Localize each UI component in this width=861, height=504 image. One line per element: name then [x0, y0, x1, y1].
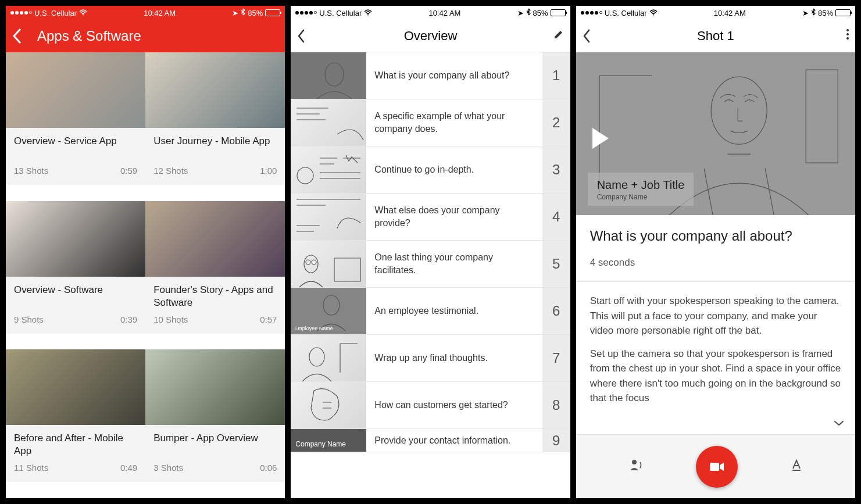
more-button[interactable]: [826, 28, 849, 43]
shot-question: What is your company all about?: [590, 228, 841, 244]
shot-row[interactable]: A specific example of what your company …: [291, 99, 570, 146]
shot-row[interactable]: One last thing your company facilitates.…: [291, 241, 570, 288]
location-icon: ➤: [802, 9, 809, 17]
screen-overview: U.S. Cellular 10:42 AM ➤ 85% Overview: [291, 6, 570, 498]
card-thumbnail: [6, 349, 145, 425]
shot-description: Provide your contact information.: [366, 429, 542, 452]
shot-description: A specific example of what your company …: [366, 99, 542, 146]
shot-description: Wrap up any final thoughts.: [366, 335, 542, 381]
shot-description: Continue to go in-depth.: [366, 146, 542, 193]
card-shots: 11 Shots: [14, 463, 48, 473]
card-title: Overview - Service App: [14, 135, 137, 148]
shot-row[interactable]: What else does your company provide? 4: [291, 194, 570, 241]
template-card[interactable]: Before and After - Mobile App 11 Shots0:…: [6, 349, 145, 498]
svg-point-8: [309, 348, 324, 366]
template-card[interactable]: Overview - Service App 13 Shots0:59: [6, 52, 145, 201]
caption-subtitle: Company Name: [597, 193, 685, 201]
shot-thumbnail: Employee Name: [291, 288, 366, 334]
svg-point-7: [323, 295, 340, 315]
battery-icon: [551, 9, 566, 16]
battery-pct-label: 85%: [248, 9, 263, 17]
location-icon: ➤: [232, 9, 238, 17]
back-button[interactable]: [582, 28, 605, 44]
card-duration: 0:59: [120, 166, 137, 176]
card-thumbnail: [145, 349, 285, 425]
shot-description: One last thing your company facilitates.: [366, 241, 542, 287]
card-duration: 0:49: [120, 463, 137, 473]
card-thumbnail: [6, 201, 145, 277]
card-title: Bumper - App Overview: [153, 432, 277, 445]
screen-shot-detail: U.S. Cellular 10:42 AM ➤ 85% Shot 1: [576, 6, 855, 498]
shot-row[interactable]: Wrap up any final thoughts. 7: [291, 335, 570, 382]
shot-number: 9: [542, 429, 570, 452]
svg-point-12: [846, 37, 849, 40]
shot-number: 2: [542, 99, 570, 146]
shot-row[interactable]: What is your company all about? 1: [291, 52, 570, 99]
shot-preview[interactable]: Name + Job Title Company Name: [576, 52, 855, 215]
svg-point-10: [846, 29, 849, 31]
shot-number: 5: [542, 241, 570, 287]
shot-row[interactable]: Continue to go in-depth. 3: [291, 146, 570, 194]
template-card[interactable]: Overview - Software 9 Shots0:39: [6, 201, 145, 350]
navbar: Apps & Software: [6, 20, 285, 52]
card-shots: 9 Shots: [14, 314, 44, 324]
svg-point-3: [297, 167, 313, 184]
shot-description: An employee testimonial.: [366, 288, 542, 334]
svg-point-1: [367, 14, 369, 15]
card-title: User Journey - Mobile App: [153, 135, 277, 148]
svg-point-15: [632, 460, 637, 464]
template-card[interactable]: Bumper - App Overview 3 Shots0:06: [145, 349, 285, 498]
shot-thumbnail: [291, 241, 366, 287]
svg-rect-16: [710, 463, 719, 471]
play-icon[interactable]: [592, 128, 609, 149]
wifi-icon: [649, 9, 658, 17]
status-bar: U.S. Cellular 10:42 AM ➤ 85%: [576, 6, 855, 20]
shot-thumbnail: [291, 382, 366, 428]
shot-row[interactable]: Company Name Provide your contact inform…: [291, 429, 570, 452]
card-duration: 0:39: [120, 314, 137, 324]
wifi-icon: [79, 9, 87, 17]
svg-point-0: [83, 14, 84, 15]
page-title: Apps & Software: [35, 28, 256, 44]
voiceover-button[interactable]: [628, 457, 644, 476]
card-shots: 12 Shots: [153, 166, 188, 176]
card-thumbnail: [145, 201, 285, 277]
edit-button[interactable]: [541, 28, 565, 43]
expand-button[interactable]: [833, 417, 845, 430]
card-duration: 1:00: [260, 166, 277, 176]
card-shots: 3 Shots: [153, 463, 183, 473]
shot-description: How can customers get started?: [366, 382, 542, 428]
text-style-button[interactable]: [790, 459, 803, 475]
navbar: Shot 1: [576, 20, 855, 52]
battery-pct-label: 85%: [818, 9, 833, 17]
shot-row[interactable]: Employee Name An employee testimonial. 6: [291, 288, 570, 335]
svg-point-5: [306, 260, 310, 264]
record-button[interactable]: [696, 446, 738, 488]
shot-row[interactable]: How can customers get started? 8: [291, 382, 570, 429]
template-card[interactable]: Founder's Story - Apps and Software 10 S…: [145, 201, 285, 350]
wifi-icon: [364, 9, 372, 17]
battery-icon: [265, 9, 280, 16]
shot-thumbnail: Company Name: [291, 429, 366, 452]
shot-number: 8: [542, 382, 570, 428]
location-icon: ➤: [517, 9, 524, 17]
shot-number: 3: [542, 146, 570, 193]
card-thumbnail: [6, 52, 145, 128]
shot-number: 4: [542, 194, 570, 240]
shot-description: What is your company all about?: [366, 52, 542, 99]
back-button[interactable]: [296, 28, 320, 44]
shot-thumbnail: [291, 99, 366, 146]
thumb-caption: Employee Name: [294, 326, 333, 332]
shot-direction-p1: Start off with your spokesperson speakin…: [590, 294, 841, 338]
bluetooth-icon: [241, 8, 245, 17]
bluetooth-icon: [811, 8, 816, 17]
bottom-toolbar: [576, 434, 855, 498]
card-title: Founder's Story - Apps and Software: [153, 284, 277, 309]
navbar: Overview: [291, 20, 570, 52]
status-bar: U.S. Cellular 10:42 AM ➤ 85%: [291, 6, 570, 20]
template-card[interactable]: User Journey - Mobile App 12 Shots1:00: [145, 52, 285, 201]
carrier-label: U.S. Cellular: [319, 9, 362, 17]
clock-label: 10:42 AM: [144, 9, 176, 17]
card-title: Before and After - Mobile App: [14, 432, 137, 457]
back-button[interactable]: [12, 28, 35, 44]
